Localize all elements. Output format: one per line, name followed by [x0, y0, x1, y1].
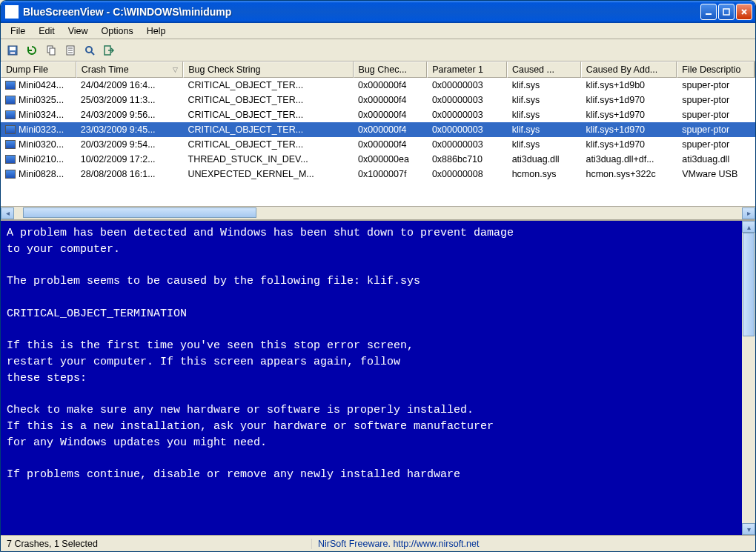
cell-bug-check-code: 0x000000f4	[354, 139, 428, 150]
toolbar	[1, 39, 755, 61]
header-crash-time[interactable]: Crash Time▽	[76, 61, 184, 78]
header-caused-by-addr[interactable]: Caused By Add...	[581, 61, 677, 78]
header-bug-check-string[interactable]: Bug Check String	[183, 61, 353, 78]
refresh-icon[interactable]	[24, 43, 39, 58]
cell-parameter1: 0x00000003	[428, 79, 508, 91]
cell-crash-time: 28/08/2008 16:1...	[76, 168, 184, 180]
status-crash-count: 7 Crashes, 1 Selected	[1, 539, 312, 549]
monitor-icon	[5, 96, 16, 104]
scroll-right-arrow[interactable]: ▸	[742, 207, 755, 219]
cell-parameter1: 0x886bc710	[428, 153, 508, 165]
save-icon[interactable]	[5, 43, 20, 58]
crash-rows: Mini0424...24/04/2009 16:4...CRITICAL_OB…	[1, 78, 755, 182]
cell-caused-by: klif.sys	[508, 139, 582, 150]
menu-file[interactable]: File	[4, 24, 32, 38]
cell-caused-by: klif.sys	[508, 94, 582, 106]
header-dump-file[interactable]: Dump File	[1, 61, 76, 78]
table-row[interactable]: Mini0828...28/08/2008 16:1...UNEXPECTED_…	[1, 167, 755, 182]
cell-bug-check-code: 0x000000f4	[354, 79, 428, 91]
cell-crash-time: 23/03/2009 9:45...	[76, 124, 184, 136]
table-row[interactable]: Mini0320...20/03/2009 9:54...CRITICAL_OB…	[1, 137, 755, 152]
cell-bug-check-code: 0x000000f4	[354, 124, 428, 136]
menu-options[interactable]: Options	[95, 24, 140, 38]
cell-dump-file: Mini0210...	[1, 153, 76, 165]
menu-view[interactable]: View	[62, 24, 95, 38]
exit-icon[interactable]	[102, 43, 116, 58]
svg-point-11	[86, 47, 92, 53]
title-bar[interactable]: BlueScreenView - C:\WINDOWS\minidump	[1, 1, 755, 23]
bsod-text: A problem has been detected and Windows …	[1, 221, 742, 535]
svg-rect-4	[10, 52, 15, 54]
header-file-desc[interactable]: File Descriptio	[677, 61, 755, 78]
cell-crash-time: 24/03/2009 9:56...	[76, 109, 184, 121]
svg-rect-6	[50, 48, 55, 55]
scroll-up-arrow[interactable]: ▴	[742, 221, 755, 233]
table-row[interactable]: Mini0424...24/04/2009 16:4...CRITICAL_OB…	[1, 78, 755, 93]
cell-parameter1: 0x00000003	[428, 94, 508, 106]
app-icon	[5, 5, 19, 19]
cell-crash-time: 25/03/2009 11:3...	[76, 94, 184, 106]
cell-bug-check-code: 0x000000f4	[354, 109, 428, 121]
cell-bug-check-string: CRITICAL_OBJECT_TER...	[184, 109, 354, 121]
menu-edit[interactable]: Edit	[32, 24, 62, 38]
monitor-icon	[5, 125, 16, 134]
menu-help[interactable]: Help	[140, 24, 173, 38]
cell-crash-time: 24/04/2009 16:4...	[76, 79, 184, 91]
monitor-icon	[5, 110, 16, 119]
scroll-left-arrow[interactable]: ◂	[1, 207, 14, 219]
copy-icon[interactable]	[44, 43, 59, 58]
table-row[interactable]: Mini0210...10/02/2009 17:2...THREAD_STUC…	[1, 152, 755, 167]
vertical-scrollbar[interactable]: ▴ ▾	[742, 221, 755, 535]
cell-parameter1: 0x00000003	[428, 139, 508, 150]
cell-parameter1: 0x00000003	[428, 109, 508, 121]
cell-bug-check-string: CRITICAL_OBJECT_TER...	[184, 79, 354, 91]
minimize-button[interactable]	[700, 4, 717, 20]
cell-parameter1: 0x00000008	[428, 168, 508, 180]
find-icon[interactable]	[82, 43, 97, 58]
svg-rect-3	[10, 47, 16, 50]
properties-icon[interactable]	[63, 43, 78, 58]
cell-caused-by-addr: klif.sys+1d970	[581, 109, 677, 121]
cell-caused-by-addr: klif.sys+1d970	[581, 94, 677, 106]
window-buttons	[700, 4, 752, 20]
cell-bug-check-string: CRITICAL_OBJECT_TER...	[184, 139, 354, 150]
scroll-track[interactable]	[14, 207, 742, 219]
header-bug-check-code[interactable]: Bug Chec...	[354, 61, 428, 78]
cell-caused-by-addr: klif.sys+1d9b0	[581, 79, 677, 91]
monitor-icon	[5, 81, 16, 90]
maximize-button[interactable]	[718, 4, 735, 20]
scroll-thumb[interactable]	[23, 207, 256, 218]
bsod-preview-pane: A problem has been detected and Windows …	[1, 219, 755, 535]
cell-file-desc: VMware USB	[677, 168, 755, 180]
vscroll-thumb[interactable]	[743, 233, 755, 336]
header-crash-time-label: Crash Time	[82, 64, 129, 75]
scroll-down-arrow[interactable]: ▾	[742, 523, 755, 535]
cell-caused-by: klif.sys	[508, 79, 582, 91]
cell-dump-file: Mini0828...	[1, 168, 76, 180]
cell-bug-check-string: CRITICAL_OBJECT_TER...	[184, 94, 354, 106]
header-parameter1[interactable]: Parameter 1	[427, 61, 507, 78]
window-title: BlueScreenView - C:\WINDOWS\minidump	[23, 6, 700, 18]
cell-caused-by-addr: hcmon.sys+322c	[581, 168, 677, 180]
cell-crash-time: 20/03/2009 9:54...	[76, 139, 184, 150]
horizontal-scrollbar[interactable]: ◂ ▸	[1, 206, 755, 219]
close-button[interactable]	[736, 4, 752, 20]
cell-bug-check-code: 0x1000007f	[354, 168, 428, 180]
cell-bug-check-string: CRITICAL_OBJECT_TER...	[184, 124, 354, 136]
cell-file-desc: ati3duag.dll	[677, 153, 755, 165]
table-row[interactable]: Mini0324...24/03/2009 9:56...CRITICAL_OB…	[1, 107, 755, 122]
cell-caused-by: klif.sys	[508, 124, 582, 136]
table-row[interactable]: Mini0325...25/03/2009 11:3...CRITICAL_OB…	[1, 93, 755, 107]
status-bar: 7 Crashes, 1 Selected NirSoft Freeware. …	[1, 535, 755, 551]
menu-bar: File Edit View Options Help	[1, 23, 755, 39]
cell-caused-by: klif.sys	[508, 109, 582, 121]
table-row[interactable]: Mini0323...23/03/2009 9:45...CRITICAL_OB…	[1, 122, 755, 137]
cell-file-desc: spuper-ptor	[677, 124, 755, 136]
cell-caused-by: ati3duag.dll	[508, 153, 582, 165]
cell-caused-by-addr: klif.sys+1d970	[581, 139, 677, 150]
crash-list-pane: Dump File Crash Time▽ Bug Check String B…	[1, 61, 755, 206]
svg-rect-1	[723, 9, 729, 15]
header-caused-by[interactable]: Caused ...	[507, 61, 581, 78]
vscroll-track[interactable]	[742, 336, 755, 523]
svg-line-12	[91, 52, 94, 55]
